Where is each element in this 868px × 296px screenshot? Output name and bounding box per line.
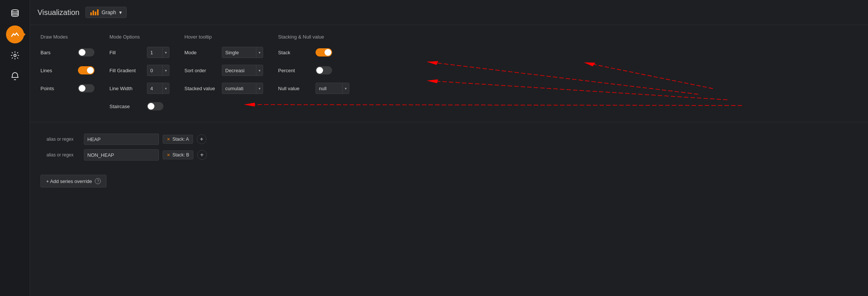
percent-toggle-knob	[316, 67, 323, 74]
staircase-label: Staircase	[109, 104, 143, 109]
null-value-select[interactable]: null ▾	[316, 83, 349, 94]
points-toggle-track[interactable]	[78, 84, 94, 92]
stack-a-label: Stack: A	[172, 137, 189, 142]
points-toggle[interactable]	[78, 84, 94, 92]
staircase-toggle-knob	[148, 103, 154, 110]
chart-icon	[10, 30, 19, 39]
sort-order-row: Sort order Decreasi ▾	[184, 64, 263, 77]
fill-gradient-label: Fill Gradient	[109, 68, 143, 73]
fill-value: 1	[147, 50, 162, 55]
line-width-value: 4	[147, 86, 162, 91]
bars-toggle-track[interactable]	[78, 48, 94, 57]
sort-order-arrow-icon[interactable]: ▾	[256, 65, 263, 76]
add-series-override-button[interactable]: + Add series override ?	[40, 175, 106, 187]
dropdown-arrow-icon: ▾	[119, 9, 122, 15]
points-row: Points	[40, 82, 94, 95]
fill-gradient-arrow-icon[interactable]: ▾	[162, 65, 169, 76]
mode-options-panel: Mode Options Fill 1 ▾ Fill Gradient 0 ▾	[109, 34, 169, 113]
stack-toggle-knob	[325, 49, 331, 56]
stack-label: Stack	[278, 50, 312, 55]
points-label: Points	[40, 86, 74, 91]
header: Visualization Graph ▾	[30, 0, 868, 25]
series-label-1: alias or regex	[46, 152, 80, 158]
sidebar-icon-alert[interactable]	[6, 67, 24, 85]
staircase-toggle[interactable]	[147, 102, 163, 110]
svg-point-1	[14, 54, 16, 57]
line-width-select[interactable]: 4 ▾	[147, 83, 169, 94]
series-overrides-section: alias or regex ✕ Stack: A + alias or reg…	[40, 131, 858, 163]
lines-label: Lines	[40, 68, 74, 73]
mode-row: Mode Single ▾	[184, 46, 263, 59]
series-input-0[interactable]	[84, 134, 159, 145]
stack-toggle-track[interactable]	[316, 48, 332, 57]
stacked-value-value: cumulati	[222, 86, 256, 91]
mode-label: Mode	[184, 50, 218, 55]
null-value-value: null	[316, 86, 342, 91]
bars-row: Bars	[40, 46, 94, 59]
stacked-value-row: Stacked value cumulati ▾	[184, 82, 263, 95]
fill-gradient-row: Fill Gradient 0 ▾	[109, 64, 169, 77]
database-icon	[10, 9, 19, 18]
settings-icon	[10, 51, 19, 60]
stacked-value-arrow-icon[interactable]: ▾	[256, 83, 263, 94]
series-row-0: alias or regex ✕ Stack: A +	[40, 131, 858, 147]
series-row-1: alias or regex ✕ Stack: B +	[40, 147, 858, 163]
points-toggle-knob	[79, 85, 85, 92]
draw-modes-panel: Draw Modes Bars Lines	[40, 34, 94, 113]
fill-gradient-select[interactable]: 0 ▾	[147, 65, 169, 76]
fill-gradient-value: 0	[147, 68, 162, 73]
svg-line-3	[428, 62, 698, 94]
stack-toggle[interactable]	[316, 48, 332, 57]
stacked-value-select[interactable]: cumulati ▾	[222, 83, 263, 94]
fill-select[interactable]: 1 ▾	[147, 47, 169, 58]
sort-order-label: Sort order	[184, 68, 218, 73]
alert-icon	[10, 72, 19, 81]
lines-toggle[interactable]	[78, 66, 94, 74]
add-override-label: + Add series override	[46, 178, 92, 184]
null-value-row: Null value null ▾	[278, 82, 349, 95]
main-content: Visualization Graph ▾ Draw Modes Bars	[30, 0, 868, 296]
mode-select[interactable]: Single ▾	[222, 47, 263, 58]
percent-row: Percent	[278, 64, 349, 77]
stack-badge-a[interactable]: ✕ Stack: A	[163, 135, 193, 144]
graph-label: Graph	[102, 9, 116, 15]
mode-value: Single	[222, 50, 256, 55]
lines-toggle-track[interactable]	[78, 66, 94, 74]
stack-badge-b[interactable]: ✕ Stack: B	[163, 150, 193, 159]
mode-options-title: Mode Options	[109, 34, 169, 40]
graph-type-button[interactable]: Graph ▾	[85, 7, 127, 18]
sort-order-select[interactable]: Decreasi ▾	[222, 65, 263, 76]
sidebar-icon-settings[interactable]	[6, 46, 24, 64]
hover-tooltip-panel: Hover tooltip Mode Single ▾ Sort order D…	[184, 34, 263, 113]
fill-arrow-icon[interactable]: ▾	[162, 47, 169, 58]
percent-toggle[interactable]	[316, 66, 332, 74]
stacking-null-title: Stacking & Null value	[278, 34, 349, 40]
staircase-toggle-track[interactable]	[147, 102, 163, 110]
lines-toggle-knob	[87, 67, 94, 74]
null-value-label: Null value	[278, 86, 312, 91]
series-divider	[30, 122, 868, 122]
series-input-1[interactable]	[84, 149, 159, 161]
panels-row: Draw Modes Bars Lines	[40, 34, 858, 113]
add-override-a-button[interactable]: +	[197, 134, 207, 144]
hover-tooltip-title: Hover tooltip	[184, 34, 263, 40]
svg-point-0	[12, 10, 18, 12]
stack-row: Stack	[278, 46, 349, 59]
sidebar-icon-database[interactable]	[6, 4, 24, 22]
percent-toggle-track[interactable]	[316, 66, 332, 74]
graph-bar-icon	[90, 9, 99, 15]
help-icon: ?	[95, 178, 101, 184]
line-width-arrow-icon[interactable]: ▾	[162, 83, 169, 94]
line-width-row: Line Width 4 ▾	[109, 82, 169, 95]
null-value-arrow-icon[interactable]: ▾	[342, 83, 349, 94]
bars-label: Bars	[40, 50, 74, 55]
sidebar-icon-chart[interactable]	[6, 25, 24, 43]
close-icon-b: ✕	[167, 153, 170, 158]
mode-arrow-icon[interactable]: ▾	[256, 47, 263, 58]
series-label-0: alias or regex	[46, 137, 80, 142]
fill-label: Fill	[109, 50, 143, 55]
percent-label: Percent	[278, 68, 312, 73]
add-override-b-button[interactable]: +	[197, 150, 207, 160]
lines-row: Lines	[40, 64, 94, 77]
bars-toggle[interactable]	[78, 48, 94, 57]
